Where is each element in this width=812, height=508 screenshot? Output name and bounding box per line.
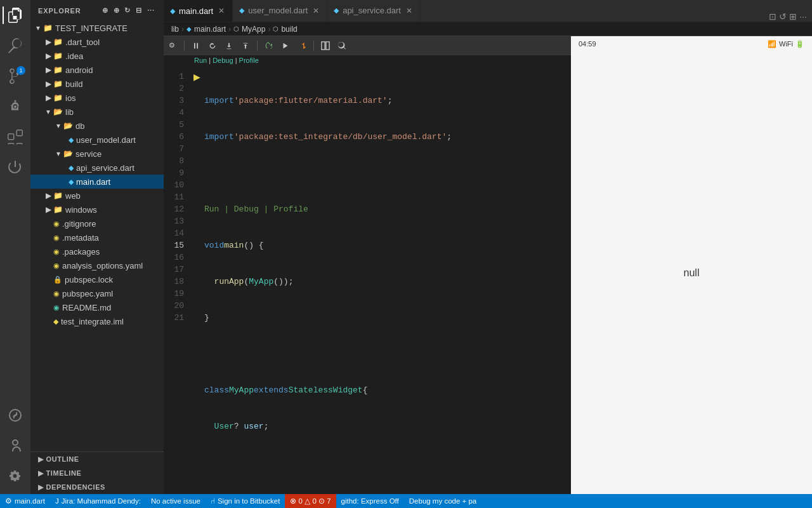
tab-api-service-close[interactable]: ✕ — [405, 6, 414, 16]
status-jira[interactable]: J Jira: Muhammad Dendy: — [50, 494, 146, 508]
run-link[interactable]: Run — [194, 57, 207, 64]
tree-main-dart[interactable]: ◆ main.dart — [30, 175, 164, 189]
packages-icon: ◉ — [53, 248, 60, 256]
tree-idea[interactable]: ▶ 📁 .idea — [30, 49, 164, 63]
search-icon[interactable] — [3, 33, 28, 58]
collapse-icon[interactable]: ⊟ — [134, 5, 143, 16]
ln-13: 13 — [164, 215, 192, 227]
debug-arrow-icon: ▶ — [193, 72, 200, 81]
new-file-icon[interactable]: ⊕ — [101, 5, 110, 16]
lib-arrow: ▾ — [43, 107, 53, 116]
breadcrumb-method[interactable]: ⬡ build — [273, 25, 297, 34]
tree-user-model[interactable]: ◆ user_model.dart — [30, 133, 164, 147]
debug-hot-reload-btn[interactable] — [278, 38, 293, 53]
project-root[interactable]: ▾ 📁 TEST_INTEGRATE — [30, 21, 164, 35]
tree-pubspec-lock[interactable]: 🔒 pubspec.lock — [30, 272, 164, 286]
extensions-icon[interactable] — [3, 124, 28, 150]
tree-pubspec-yaml[interactable]: ◉ pubspec.yaml — [30, 286, 164, 300]
tree-build[interactable]: ▶ 📁 build — [30, 77, 164, 91]
tab-user-model[interactable]: ◆ user_model.dart ✕ — [233, 0, 327, 22]
testing-icon[interactable] — [3, 155, 28, 180]
debug-hot-restart-btn[interactable] — [294, 38, 310, 53]
tree-lib[interactable]: ▾ 📂 lib — [30, 105, 164, 119]
debug-link[interactable]: Debug — [213, 57, 233, 64]
android-arrow: ▶ — [43, 65, 53, 74]
file-tree: ▾ 📁 TEST_INTEGRATE ▶ 📁 .dart_tool ▶ 📁 .i… — [30, 21, 164, 451]
debug-restart-btn[interactable] — [261, 38, 277, 53]
remote-icon[interactable] — [3, 403, 28, 428]
tree-web[interactable]: ▶ 📁 web — [30, 189, 164, 203]
tree-readme[interactable]: ◉ README.md — [30, 300, 164, 314]
tree-db[interactable]: ▾ 📂 db — [30, 119, 164, 133]
tree-api-service[interactable]: ◆ api_service.dart — [30, 161, 164, 175]
api-service-label: api_service.dart — [76, 163, 134, 173]
code-line-4: Run | Debug | Profile — [202, 203, 571, 215]
new-folder-icon[interactable]: ⊕ — [112, 5, 121, 16]
status-remote[interactable]: ⚙ main.dart — [0, 494, 50, 508]
timeline-tab-icon[interactable]: ↺ — [779, 11, 787, 22]
debug-step-over-btn[interactable] — [205, 38, 220, 53]
debug-sep-2 — [257, 41, 258, 51]
tree-iml[interactable]: ◆ test_integrate.iml — [30, 314, 164, 328]
tree-ios[interactable]: ▶ 📁 ios — [30, 91, 164, 105]
breadcrumb-class[interactable]: ⬡ MyApp — [233, 25, 265, 34]
status-debug-action[interactable]: Debug my code + pa — [404, 494, 481, 508]
tab-main-dart-close[interactable]: ✕ — [217, 6, 226, 16]
refresh-icon[interactable]: ↻ — [123, 5, 132, 16]
debug-pause-btn[interactable] — [188, 38, 204, 53]
status-sign-in[interactable]: ⑁ Sign in to Bitbucket — [206, 494, 285, 508]
code-line-2: import 'package:test_integrate/db/user_m… — [202, 131, 571, 143]
tab-main-dart[interactable]: ◆ main.dart ✕ — [164, 0, 233, 22]
null-display: null — [684, 267, 700, 279]
db-arrow: ▾ — [53, 121, 63, 130]
account-icon[interactable] — [3, 433, 28, 458]
tab-user-model-close[interactable]: ✕ — [311, 6, 320, 16]
debug-search-btn[interactable] — [334, 38, 350, 53]
debug-step-into-btn[interactable] — [221, 38, 237, 53]
code-lines[interactable]: import 'package:flutter/material.dart'; … — [202, 65, 571, 494]
more-icon[interactable]: ··· — [146, 5, 156, 16]
breadcrumb-lib[interactable]: lib — [171, 25, 179, 34]
tree-packages[interactable]: ◉ .packages — [30, 244, 164, 258]
status-errors[interactable]: ⊗ 0 △ 0 ⊙ 7 — [285, 494, 336, 508]
pubspec-yaml-icon: ◉ — [53, 290, 60, 298]
code-line-9: class MyApp extends StatelessWidget { — [202, 384, 571, 396]
source-control-icon[interactable]: 1 — [3, 64, 28, 89]
user-model-label: user_model.dart — [76, 135, 136, 145]
tree-gitignore[interactable]: ◉ .gitignore — [30, 217, 164, 231]
iml-label: test_integrate.iml — [61, 317, 124, 326]
open-changes-icon[interactable]: ⊞ — [789, 11, 797, 22]
status-no-issue[interactable]: No active issue — [146, 494, 206, 508]
idea-icon: 📁 — [53, 51, 63, 60]
profile-link[interactable]: Profile — [239, 57, 259, 64]
status-githd[interactable]: githd: Express Off — [336, 494, 404, 508]
timeline-section[interactable]: ▶ TIMELINE — [30, 466, 164, 480]
ln-9: 9 — [164, 167, 192, 179]
split-editor-icon[interactable]: ⊡ — [769, 11, 776, 22]
dart-tool-label: .dart_tool — [65, 37, 100, 47]
tree-analysis-options[interactable]: ◉ analysis_options.yaml — [30, 258, 164, 272]
run-links-bar: Run | Debug | Profile — [164, 55, 571, 65]
tree-android[interactable]: ▶ 📁 android — [30, 63, 164, 77]
dependencies-section[interactable]: ▶ DEPENDENCIES — [30, 480, 164, 494]
tree-dart-tool[interactable]: ▶ 📁 .dart_tool — [30, 35, 164, 49]
gitignore-icon: ◉ — [53, 220, 60, 228]
debug-layout-btn[interactable] — [318, 38, 333, 53]
ios-label: ios — [65, 93, 76, 103]
readme-label: README.md — [62, 303, 111, 312]
more-actions-icon[interactable]: ··· — [799, 11, 807, 22]
tree-windows[interactable]: ▶ 📁 windows — [30, 203, 164, 217]
run-debug-icon[interactable] — [3, 94, 28, 119]
explorer-icon[interactable] — [3, 3, 28, 28]
tree-service[interactable]: ▾ 📂 service — [30, 147, 164, 161]
breadcrumb-file[interactable]: ◆ main.dart — [187, 25, 226, 34]
service-arrow: ▾ — [53, 149, 63, 158]
code-editor: ⚙ — [164, 36, 571, 494]
settings-icon[interactable] — [3, 464, 28, 489]
tab-api-service[interactable]: ◆ api_service.dart ✕ — [327, 0, 421, 22]
tree-metadata[interactable]: ◉ .metadata — [30, 231, 164, 244]
debug-sep-3 — [313, 41, 314, 51]
debug-step-out-btn[interactable] — [238, 38, 253, 53]
outline-section[interactable]: ▶ OUTLINE — [30, 452, 164, 466]
debug-action-label: Debug my code + pa — [409, 497, 476, 505]
